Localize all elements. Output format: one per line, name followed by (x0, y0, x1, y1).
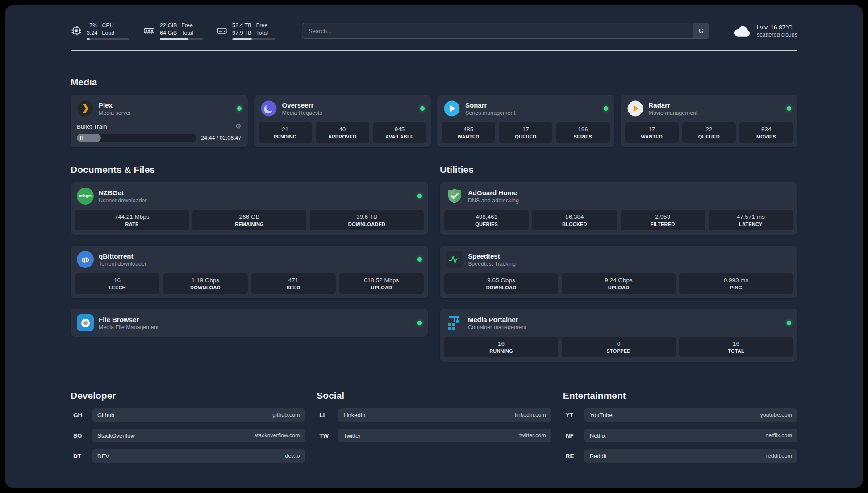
service-desc: Container management (468, 324, 526, 330)
service-desc: Speedtest Tracking (468, 261, 516, 267)
stat-tile: 9.65 Gbps DOWNLOAD (444, 273, 558, 294)
bookmark-group-title: Entertainment (563, 390, 797, 401)
memory-icon (143, 25, 155, 37)
memory-free-value: 22 GiB (160, 22, 177, 29)
status-dot (417, 321, 422, 325)
bookmark-netflix[interactable]: NF Netflix netflix.com (563, 429, 797, 442)
radarr-icon (627, 100, 644, 117)
service-name: Plex (99, 101, 131, 109)
media-player-widget: Bullet Train ⚙ 24:44 / 02:06:47 (75, 122, 243, 142)
disk-progress-bar (232, 38, 275, 40)
overseerr-icon (260, 100, 277, 117)
weather-location: Lviv, 16.87°C (757, 24, 797, 31)
bookmark-twitter[interactable]: TW Twitter twitter.com (317, 429, 551, 442)
stat-tile: 39.6 TB DOWNLOADED (310, 210, 424, 230)
service-desc: Media Requests (282, 110, 322, 116)
disk-metric: 52.4 TB 97.9 TB Free Total (216, 22, 275, 40)
bookmark-github[interactable]: GH Github github.com (71, 408, 305, 422)
bookmark-groups: Developer GH Github github.com SO StackO… (71, 390, 797, 463)
stat-tile: 40 APPROVED (316, 122, 369, 143)
service-card-adguard[interactable]: AdGuard Home DNS and adblocking 498,461 … (440, 182, 797, 235)
service-name: qBittorrent (99, 252, 146, 260)
stat-tile: 16 LEECH (75, 273, 159, 294)
service-desc: Media File Management (99, 324, 159, 330)
now-playing-title: Bullet Train (77, 123, 107, 130)
search-input[interactable] (302, 28, 693, 34)
speedtest-icon (446, 251, 463, 268)
stat-tile: 1.19 Gbps DOWNLOAD (163, 273, 247, 294)
service-card-qbittorrent[interactable]: qb qBittorrent Torrent downloader 16 LEE… (71, 246, 428, 298)
service-desc: Usenet downloader (99, 197, 147, 204)
player-progress-bar[interactable] (77, 134, 196, 142)
service-name: Media Portainer (468, 316, 526, 323)
disk-total-label: Total (256, 29, 268, 37)
memory-free-label: Free (181, 22, 193, 29)
stat-tile: 22 QUEUED (682, 122, 736, 143)
bookmark-youtube[interactable]: YT YouTube youtube.com (563, 408, 797, 422)
cpu-usage-label: CPU (102, 22, 113, 29)
plex-icon (77, 100, 94, 117)
cpu-usage-value: 7% (89, 22, 97, 29)
search-bar: G (302, 23, 709, 39)
status-dot (237, 106, 242, 111)
disk-total-value: 97.9 TB (232, 29, 252, 37)
service-desc: Movie management (649, 110, 698, 116)
bookmark-stackoverflow[interactable]: SO StackOverflow stackoverflow.com (71, 429, 305, 442)
stat-tile: 744.21 Mbps RATE (75, 210, 189, 230)
status-dot (420, 106, 425, 111)
stat-tile: 16 TOTAL (679, 337, 793, 357)
status-dot (417, 194, 422, 198)
service-name: NZBGet (99, 189, 147, 196)
stat-tile: 834 MOVIES (739, 122, 793, 143)
stat-tile: 9.24 Gbps UPLOAD (562, 273, 676, 294)
disk-free-value: 52.4 TB (232, 22, 252, 29)
status-dot (604, 106, 608, 111)
pause-icon[interactable] (80, 134, 83, 142)
bookmark-linkedin[interactable]: LI LinkedIn linkedin.com (317, 408, 551, 422)
system-metrics: 7% 3.24 CPU Load (71, 22, 275, 40)
cpu-load-label: Load (102, 29, 114, 37)
service-card-nzbget[interactable]: nzbget NZBGet Usenet downloader 744.21 M… (71, 182, 428, 235)
bookmark-group-developer: Developer GH Github github.com SO StackO… (71, 390, 305, 463)
filebrowser-icon (77, 314, 94, 331)
service-card-speedtest[interactable]: Speedtest Speedtest Tracking 9.65 Gbps D… (440, 246, 797, 298)
search-provider-button[interactable]: G (693, 23, 709, 38)
stat-tile: 0.993 ms PING (679, 273, 793, 294)
stat-tile: 17 WANTED (625, 122, 679, 143)
service-card-overseerr[interactable]: Overseerr Media Requests 21 PENDING 40 A… (254, 95, 431, 147)
service-desc: DNS and adblocking (468, 197, 519, 204)
bookmark-group-entertainment: Entertainment YT YouTube youtube.com NF … (563, 390, 797, 463)
portainer-icon (446, 314, 463, 331)
bookmark-dev[interactable]: DT DEV dev.to (71, 449, 305, 463)
memory-total-value: 64 GiB (160, 29, 177, 37)
stat-tile: 196 SERIES (556, 122, 609, 143)
section-documents: Documents & Files nzbget NZBGet Usenet d… (71, 164, 428, 337)
section-media: Media Plex Media server (71, 77, 797, 147)
service-desc: Torrent downloader (99, 261, 146, 267)
bookmark-group-title: Developer (71, 390, 305, 401)
service-desc: Series management (465, 110, 515, 116)
memory-total-label: Total (181, 29, 193, 37)
stat-tile: 498,461 QUERIES (444, 210, 529, 230)
section-title-media: Media (71, 77, 797, 88)
dashboard: 7% 3.24 CPU Load (5, 5, 863, 488)
bookmark-group-social: Social LI LinkedIn linkedin.com TW Twitt… (317, 390, 551, 463)
service-card-sonarr[interactable]: Sonarr Series management 485 WANTED 17 Q… (437, 95, 614, 147)
service-card-radarr[interactable]: Radarr Movie management 17 WANTED 22 QUE… (621, 95, 798, 147)
service-desc: Media server (99, 110, 131, 116)
cpu-progress-bar (87, 38, 129, 40)
service-card-plex[interactable]: Plex Media server Bullet Train ⚙ (71, 95, 248, 147)
bookmark-group-title: Social (317, 390, 551, 401)
bookmark-reddit[interactable]: RE Reddit reddit.com (563, 449, 797, 463)
service-card-portainer[interactable]: Media Portainer Container management 16 … (440, 309, 797, 362)
adguard-icon (446, 188, 463, 205)
service-card-filebrowser[interactable]: File Browser Media File Management (71, 309, 428, 337)
player-settings-gear-icon[interactable]: ⚙ (235, 122, 241, 130)
stat-tile: 0 STOPPED (562, 337, 676, 357)
disk-icon (216, 25, 228, 37)
qbittorrent-icon: qb (77, 251, 94, 268)
cloud-icon (733, 22, 752, 39)
status-dot (417, 257, 422, 262)
disk-free-label: Free (256, 22, 268, 29)
stat-tile: 47.571 ms LATENCY (709, 210, 793, 230)
